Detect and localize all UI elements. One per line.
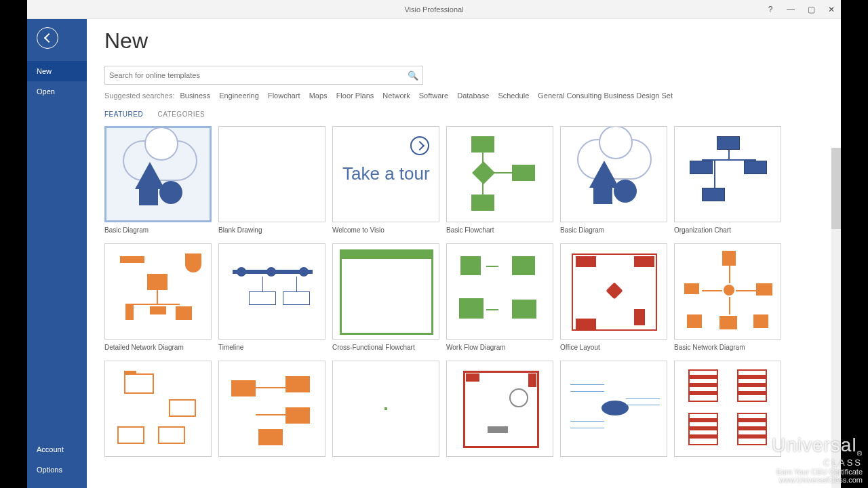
window-controls: ? — ▢ ✕ bbox=[764, 5, 838, 14]
template-card[interactable]: Office Layout bbox=[560, 243, 667, 351]
page-title: New bbox=[104, 28, 831, 54]
template-label: Timeline bbox=[218, 344, 326, 351]
template-thumb bbox=[218, 243, 326, 340]
template-grid: Basic Diagram Blank Drawing Take a tour … bbox=[104, 126, 831, 461]
template-thumb bbox=[218, 361, 326, 457]
template-thumb bbox=[332, 361, 439, 457]
vertical-scrollbar[interactable] bbox=[831, 148, 841, 488]
template-thumb bbox=[560, 126, 667, 222]
search-icon[interactable]: 🔍 bbox=[408, 70, 418, 81]
back-button[interactable] bbox=[37, 27, 58, 49]
sidebar-item-account[interactable]: Account bbox=[27, 439, 87, 460]
workarea: New Open Account Options New 🔍 Suggested… bbox=[27, 19, 841, 488]
template-card[interactable]: Blank Drawing bbox=[218, 126, 326, 234]
template-card[interactable]: Basic Diagram bbox=[104, 126, 212, 234]
template-thumb bbox=[104, 126, 212, 222]
tour-arrow-icon bbox=[410, 136, 429, 155]
template-card[interactable] bbox=[332, 361, 439, 461]
maximize-icon[interactable]: ▢ bbox=[804, 5, 818, 14]
suggested-link[interactable]: Database bbox=[457, 92, 489, 100]
template-thumb bbox=[104, 361, 212, 457]
suggested-link[interactable]: Maps bbox=[309, 92, 328, 100]
template-card[interactable]: Take a tour Welcome to Visio bbox=[332, 126, 439, 234]
sidebar-item-open[interactable]: Open bbox=[27, 81, 87, 102]
suggested-link[interactable]: Schedule bbox=[498, 92, 529, 100]
template-label: Blank Drawing bbox=[218, 226, 326, 234]
template-card[interactable]: Basic Diagram bbox=[560, 126, 667, 234]
suggested-link[interactable]: Floor Plans bbox=[336, 92, 374, 100]
template-card[interactable]: Cross-Functional Flowchart bbox=[332, 243, 439, 351]
minimize-icon[interactable]: — bbox=[784, 5, 797, 14]
template-label: Basic Network Diagram bbox=[674, 344, 781, 351]
template-card[interactable] bbox=[560, 361, 667, 461]
suggested-link[interactable]: Network bbox=[382, 92, 410, 100]
template-card[interactable] bbox=[104, 361, 212, 461]
template-card[interactable] bbox=[446, 361, 553, 461]
tour-text: Take a tour bbox=[333, 165, 439, 183]
template-thumb bbox=[446, 361, 553, 457]
template-label: Work Flow Diagram bbox=[446, 344, 553, 351]
tab-categories[interactable]: CATEGORIES bbox=[157, 110, 205, 118]
sidebar-item-new[interactable]: New bbox=[27, 61, 87, 81]
app-title: Visio Professional bbox=[404, 5, 463, 14]
suggested-link[interactable]: Software bbox=[419, 92, 448, 100]
template-label: Office Layout bbox=[560, 344, 667, 351]
template-label: Detailed Network Diagram bbox=[104, 344, 212, 351]
suggested-label: Suggested searches: bbox=[104, 92, 174, 100]
template-search[interactable]: 🔍 bbox=[104, 66, 423, 85]
template-label: Basic Diagram bbox=[560, 226, 667, 234]
template-card[interactable] bbox=[674, 361, 781, 461]
template-thumb bbox=[560, 243, 667, 340]
template-label: Organization Chart bbox=[674, 226, 781, 234]
template-card[interactable]: Work Flow Diagram bbox=[446, 243, 553, 351]
template-label: Cross-Functional Flowchart bbox=[332, 344, 439, 351]
suggested-link[interactable]: General Consulting Business Design Set bbox=[538, 92, 673, 100]
template-label: Basic Diagram bbox=[104, 226, 212, 234]
template-thumb bbox=[104, 243, 212, 340]
suggested-link[interactable]: Business bbox=[180, 92, 210, 100]
template-thumb bbox=[674, 243, 781, 340]
help-icon[interactable]: ? bbox=[764, 5, 777, 14]
template-card[interactable]: Organization Chart bbox=[674, 126, 781, 234]
tab-featured[interactable]: FEATURED bbox=[104, 110, 143, 118]
template-thumb bbox=[218, 126, 326, 222]
template-thumb bbox=[674, 126, 781, 222]
template-card[interactable] bbox=[218, 361, 326, 461]
search-input[interactable] bbox=[109, 71, 408, 79]
template-card[interactable]: Basic Flowchart bbox=[446, 126, 553, 234]
suggested-searches: Suggested searches: Business Engineering… bbox=[104, 92, 831, 100]
template-thumb bbox=[560, 361, 667, 457]
template-thumb bbox=[332, 243, 439, 340]
template-thumb bbox=[446, 126, 553, 222]
template-thumb: Take a tour bbox=[332, 126, 439, 222]
main-panel: New 🔍 Suggested searches: Business Engin… bbox=[87, 19, 841, 488]
titlebar: Visio Professional ? — ▢ ✕ bbox=[27, 0, 841, 19]
close-icon[interactable]: ✕ bbox=[825, 5, 838, 14]
app-window: Visio Professional ? — ▢ ✕ Sign in New O… bbox=[27, 0, 841, 488]
template-card[interactable]: Timeline bbox=[218, 243, 326, 351]
suggested-link[interactable]: Engineering bbox=[219, 92, 259, 100]
template-thumb bbox=[446, 243, 553, 340]
backstage-sidebar: New Open Account Options bbox=[27, 19, 87, 488]
suggested-link[interactable]: Flowchart bbox=[268, 92, 300, 100]
template-card[interactable]: Detailed Network Diagram bbox=[104, 243, 212, 351]
template-label: Basic Flowchart bbox=[446, 226, 553, 234]
template-tabs: FEATURED CATEGORIES bbox=[104, 110, 831, 118]
sidebar-item-options[interactable]: Options bbox=[27, 460, 87, 480]
template-thumb bbox=[674, 361, 781, 457]
template-label: Welcome to Visio bbox=[332, 226, 439, 234]
back-arrow-icon bbox=[43, 33, 53, 43]
scroll-thumb[interactable] bbox=[831, 148, 841, 229]
template-card[interactable]: Basic Network Diagram bbox=[674, 243, 781, 351]
